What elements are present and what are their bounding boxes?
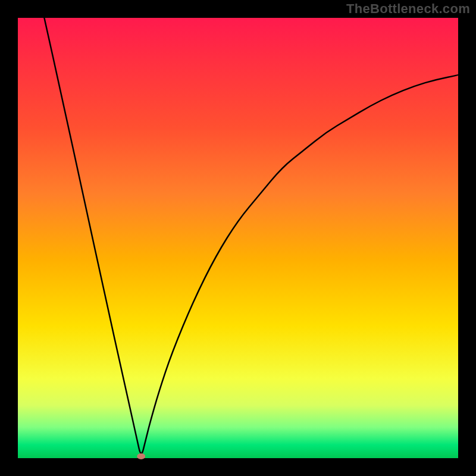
plot-area [18,18,458,458]
chart-frame: TheBottleneck.com [0,0,476,476]
watermark-text: TheBottleneck.com [346,1,470,17]
bottleneck-curve [18,18,458,458]
min-point-marker [137,453,145,459]
